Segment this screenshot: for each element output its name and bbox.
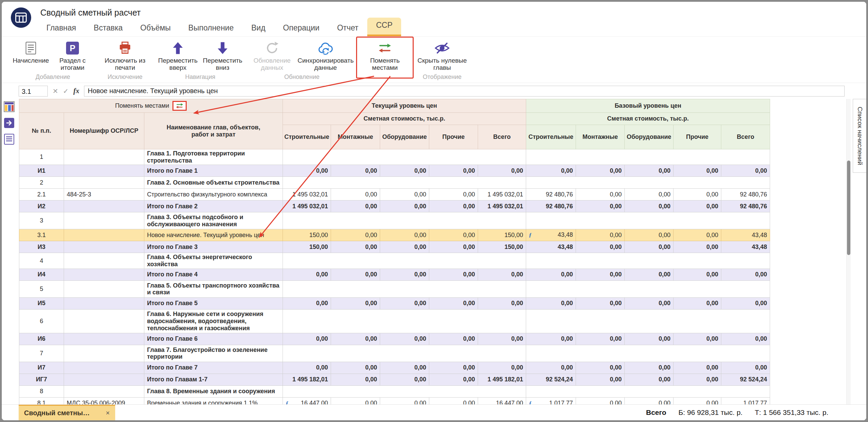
row-number-cell[interactable]: 6 xyxy=(19,309,64,333)
value-cell[interactable]: 92 480,76 xyxy=(721,189,770,201)
code-cell[interactable] xyxy=(64,385,144,397)
value-cell[interactable]: 0,00 xyxy=(625,189,674,201)
value-cell[interactable]: 0,00 xyxy=(576,241,625,253)
empty-values-cell[interactable] xyxy=(283,345,526,362)
value-cell[interactable]: 0,00 xyxy=(331,189,380,201)
name-cell[interactable]: Итого по Главе 5 xyxy=(144,297,283,309)
structure-panel-icon[interactable] xyxy=(3,117,15,129)
vertical-scrollbar-thumb[interactable] xyxy=(847,161,850,255)
value-cell[interactable]: 0,00 xyxy=(625,297,674,309)
value-cell[interactable]: 0,00 xyxy=(478,165,526,177)
row-number-cell[interactable]: И4 xyxy=(19,269,64,280)
value-cell[interactable]: 0,00 xyxy=(283,165,331,177)
value-cell[interactable]: 0,00 xyxy=(674,269,721,280)
empty-values-cell[interactable] xyxy=(526,253,770,269)
value-cell[interactable]: 150,00 xyxy=(478,229,526,241)
value-cell[interactable]: 0,00 xyxy=(380,165,429,177)
row-number-cell[interactable]: 8 xyxy=(19,385,64,397)
accruals-list-tab[interactable]: Список начислений xyxy=(853,99,866,173)
value-cell[interactable]: 0,00 xyxy=(625,165,674,177)
value-cell[interactable]: 1 495 182,01 xyxy=(283,374,331,385)
value-cell[interactable]: 0,00 xyxy=(721,333,770,345)
menu-tab-4[interactable]: Выполнение xyxy=(180,19,243,36)
value-cell[interactable]: 1 495 032,01 xyxy=(478,201,526,212)
name-cell[interactable]: Итого по Главе 3 xyxy=(144,241,283,253)
value-cell[interactable]: 0,00 xyxy=(576,201,625,212)
value-cell[interactable]: 0,00 xyxy=(331,297,380,309)
value-cell[interactable]: 0,00 xyxy=(625,269,674,280)
value-cell[interactable]: 0,00 xyxy=(674,333,721,345)
name-cell[interactable]: Итого по Главе 1 xyxy=(144,165,283,177)
code-cell[interactable] xyxy=(64,309,144,333)
name-cell[interactable]: Глава 1. Подготовка территории строитель… xyxy=(144,149,283,165)
value-cell[interactable]: 0,00 xyxy=(429,201,478,212)
sync-data-button[interactable]: Синхронизировать данные xyxy=(296,39,355,71)
value-cell[interactable]: 92 480,76 xyxy=(526,189,576,201)
row-number-cell[interactable]: 2 xyxy=(19,177,64,189)
value-cell[interactable]: 0,00 xyxy=(331,269,380,280)
row-number-cell[interactable]: И3 xyxy=(19,241,64,253)
value-cell[interactable]: 0,00 xyxy=(674,229,721,241)
name-cell[interactable]: Глава 5. Объекты транспортного хозяйства… xyxy=(144,280,283,297)
value-cell[interactable]: 0,00 xyxy=(380,229,429,241)
row-number-cell[interactable]: И6 xyxy=(19,333,64,345)
menu-tab-8[interactable]: ССР xyxy=(367,18,401,36)
value-cell[interactable]: 1 495 032,01 xyxy=(283,189,331,201)
value-cell[interactable]: 0,00 xyxy=(429,241,478,253)
value-cell[interactable]: 1 495 032,01 xyxy=(478,189,526,201)
formula-input[interactable] xyxy=(84,86,845,97)
section-with-totals-button[interactable]: PРаздел с итогами xyxy=(51,39,94,71)
name-cell[interactable]: Итого по Главе 6 xyxy=(144,333,283,345)
value-cell[interactable]: 0,00 xyxy=(478,362,526,374)
value-cell[interactable]: 0,00 xyxy=(380,333,429,345)
value-cell[interactable]: 0,00 xyxy=(478,297,526,309)
value-cell[interactable]: 0,00 xyxy=(526,297,576,309)
swap-button[interactable]: Поменять местами xyxy=(359,39,410,71)
row-number-cell[interactable]: 7 xyxy=(19,345,64,362)
empty-values-cell[interactable] xyxy=(526,177,770,189)
value-cell[interactable]: 0,00 xyxy=(674,374,721,385)
value-cell[interactable]: 0,00 xyxy=(674,189,721,201)
value-cell[interactable]: 0,00 xyxy=(380,201,429,212)
value-cell[interactable]: 92 524,24 xyxy=(721,374,770,385)
value-cell[interactable]: 0,00 xyxy=(674,241,721,253)
empty-values-cell[interactable] xyxy=(283,309,526,333)
row-number-cell[interactable]: И7 xyxy=(19,362,64,374)
move-down-button[interactable]: Переместить вниз xyxy=(201,39,244,71)
code-cell[interactable] xyxy=(64,177,144,189)
value-cell[interactable]: 0,00 xyxy=(721,165,770,177)
row-number-cell[interactable]: И1 xyxy=(19,165,64,177)
value-cell[interactable]: 0,00 xyxy=(429,229,478,241)
cell-reference-box[interactable]: 3.1 xyxy=(19,86,48,97)
value-cell[interactable]: 0,00 xyxy=(674,362,721,374)
empty-values-cell[interactable] xyxy=(283,212,526,229)
code-cell[interactable] xyxy=(64,374,144,385)
row-number-cell[interactable]: 3.1 xyxy=(19,229,64,241)
value-cell[interactable]: 0,00 xyxy=(331,201,380,212)
value-cell[interactable]: 92 524,24 xyxy=(526,374,576,385)
name-cell[interactable]: Итого по Главе 4 xyxy=(144,269,283,280)
value-cell[interactable]: 0,00 xyxy=(429,165,478,177)
accruals-panel-icon[interactable] xyxy=(3,133,15,145)
value-cell[interactable]: 0,00 xyxy=(429,189,478,201)
formula-cancel-icon[interactable]: ✕ xyxy=(53,87,58,95)
value-cell[interactable]: 0,00 xyxy=(526,333,576,345)
value-cell[interactable]: 0,00 xyxy=(429,269,478,280)
value-cell[interactable]: 1 495 182,01 xyxy=(478,374,526,385)
value-cell[interactable]: 0,00 xyxy=(380,189,429,201)
value-cell[interactable]: 0,00 xyxy=(283,333,331,345)
row-number-cell[interactable]: 5 xyxy=(19,280,64,297)
name-cell[interactable]: Итого по Главе 7 xyxy=(144,362,283,374)
value-cell[interactable]: 0,00 xyxy=(331,374,380,385)
row-number-cell[interactable]: 4 xyxy=(19,253,64,269)
estimate-tables-panel-icon[interactable] xyxy=(3,101,15,113)
empty-values-cell[interactable] xyxy=(526,309,770,333)
value-cell[interactable]: 150,00 xyxy=(478,241,526,253)
value-cell[interactable]: 0,00 xyxy=(576,269,625,280)
row-number-cell[interactable]: И2 xyxy=(19,201,64,212)
value-cell[interactable]: 0,00 xyxy=(380,297,429,309)
code-cell[interactable] xyxy=(64,345,144,362)
empty-values-cell[interactable] xyxy=(526,212,770,229)
value-cell[interactable]: 0,00 xyxy=(625,229,674,241)
value-cell[interactable]: 0,00 xyxy=(283,297,331,309)
